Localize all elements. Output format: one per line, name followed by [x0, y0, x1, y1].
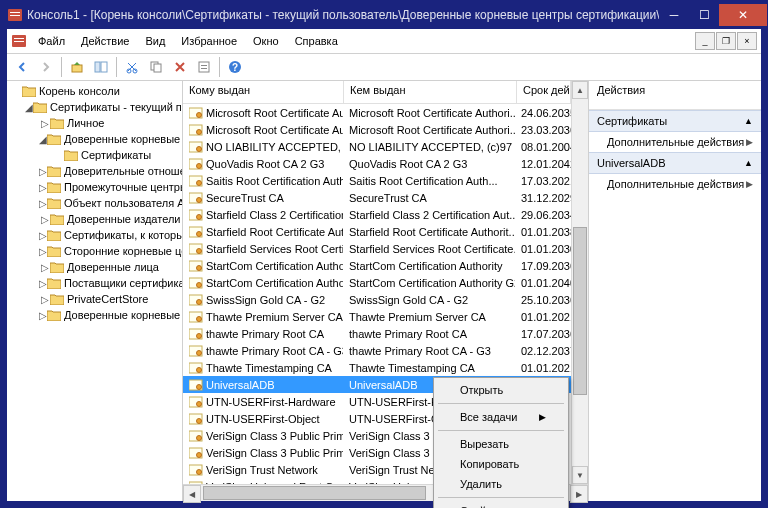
help-button[interactable]: ?	[224, 56, 246, 78]
tree-twisty[interactable]: ▷	[39, 278, 47, 289]
cm-delete[interactable]: Удалить	[436, 474, 566, 494]
titlebar[interactable]: Консоль1 - [Корень консоли\Сертификаты -…	[1, 1, 767, 29]
folder-icon	[47, 246, 61, 257]
vertical-scrollbar[interactable]: ▲ ▼	[571, 81, 588, 484]
tree-twisty[interactable]: ▷	[39, 310, 47, 321]
cm-all-tasks[interactable]: Все задачи▶	[436, 407, 566, 427]
table-row[interactable]: NO LIABILITY ACCEPTED, (c)97 ...NO LIABI…	[183, 138, 571, 155]
tree-twisty[interactable]: ▷	[39, 118, 50, 129]
menu-action[interactable]: Действие	[74, 33, 136, 49]
table-row[interactable]: Thawte Timestamping CAThawte Timestampin…	[183, 359, 571, 376]
menu-view[interactable]: Вид	[138, 33, 172, 49]
tree-item[interactable]: ▷Доверенные корневые се	[7, 307, 182, 323]
actions-section-selected[interactable]: UniversalADB▲	[589, 152, 761, 174]
tree-item[interactable]: ▷Сторонние корневые цен	[7, 243, 182, 259]
scroll-right-button[interactable]: ▶	[570, 485, 588, 503]
mdi-close[interactable]: ×	[737, 32, 757, 50]
actions-more-2[interactable]: Дополнительные действия▶	[589, 174, 761, 194]
svg-point-41	[197, 299, 202, 304]
svg-rect-4	[14, 38, 24, 39]
col-issued-by[interactable]: Кем выдан	[344, 81, 517, 103]
menu-file[interactable]: Файл	[31, 33, 72, 49]
svg-rect-2	[10, 15, 20, 16]
tree-root[interactable]: Корень консоли	[7, 83, 182, 99]
tree-twisty[interactable]: ▷	[39, 182, 47, 193]
cm-copy[interactable]: Копировать	[436, 454, 566, 474]
minimize-button[interactable]: ─	[659, 4, 689, 26]
table-row[interactable]: SwissSign Gold CA - G2SwissSign Gold CA …	[183, 291, 571, 308]
col-expiry[interactable]: Срок действи	[517, 81, 571, 103]
actions-more-1[interactable]: Дополнительные действия▶	[589, 132, 761, 152]
tree-item[interactable]: ▷Доверительные отношени	[7, 163, 182, 179]
tree-item[interactable]: ▷Доверенные лица	[7, 259, 182, 275]
table-row[interactable]: Microsoft Root Certificate Auth...Micros…	[183, 121, 571, 138]
table-row[interactable]: Starfield Root Certificate Auth...Starfi…	[183, 223, 571, 240]
table-row[interactable]: Microsoft Root Certificate Auth...Micros…	[183, 104, 571, 121]
tree-twisty[interactable]: ▷	[39, 246, 47, 257]
certificate-icon	[189, 481, 203, 485]
tree-item[interactable]: ▷Сертификаты, к которым	[7, 227, 182, 243]
hscroll-thumb[interactable]	[203, 486, 426, 500]
table-row[interactable]: Starfield Class 2 Certification A...Star…	[183, 206, 571, 223]
tree-item[interactable]: ▷PrivateCertStore	[7, 291, 182, 307]
svg-point-25	[197, 163, 202, 168]
mdi-minimize[interactable]: _	[695, 32, 715, 50]
cut-button[interactable]	[121, 56, 143, 78]
tree-item[interactable]: ▷Доверенные издатели	[7, 211, 182, 227]
cm-open[interactable]: Открыть	[436, 380, 566, 400]
properties-button[interactable]	[193, 56, 215, 78]
col-issued-to[interactable]: Кому выдан	[183, 81, 344, 103]
table-row[interactable]: Starfield Services Root Certific...Starf…	[183, 240, 571, 257]
tree-item[interactable]: Сертификаты	[7, 147, 182, 163]
table-row[interactable]: StartCom Certification AuthorityStartCom…	[183, 257, 571, 274]
tree-twisty[interactable]: ▷	[39, 214, 50, 225]
tree-item[interactable]: ▷Личное	[7, 115, 182, 131]
mdi-restore[interactable]: ❐	[716, 32, 736, 50]
menu-window[interactable]: Окно	[246, 33, 286, 49]
table-row[interactable]: thawte Primary Root CAthawte Primary Roo…	[183, 325, 571, 342]
certificate-icon	[189, 175, 203, 187]
table-row[interactable]: StartCom Certification Authorit...StartC…	[183, 274, 571, 291]
table-row[interactable]: Saitis Root Certification Auth...Saitis …	[183, 172, 571, 189]
actions-section-certificates[interactable]: Сертификаты▲	[589, 110, 761, 132]
back-button[interactable]	[11, 56, 33, 78]
forward-button[interactable]	[35, 56, 57, 78]
maximize-button[interactable]: ☐	[689, 4, 719, 26]
copy-button[interactable]	[145, 56, 167, 78]
scroll-down-button[interactable]: ▼	[572, 466, 588, 484]
up-button[interactable]	[66, 56, 88, 78]
menu-help[interactable]: Справка	[288, 33, 345, 49]
tree-item[interactable]: ▷Промежуточные центры	[7, 179, 182, 195]
tree-twisty[interactable]: ▷	[39, 166, 47, 177]
tree-item[interactable]: ◢Доверенные корневые це	[7, 131, 182, 147]
tree-item[interactable]: ◢Сертификаты - текущий пол	[7, 99, 182, 115]
tree-twisty[interactable]: ▷	[39, 198, 47, 209]
tree-item[interactable]: ▷Поставщики сертификато	[7, 275, 182, 291]
table-row[interactable]: Thawte Premium Server CAThawte Premium S…	[183, 308, 571, 325]
folder-icon	[33, 102, 47, 113]
cell-issued-by: Microsoft Root Certificate Authori...	[343, 124, 515, 136]
tree-twisty[interactable]: ▷	[39, 294, 50, 305]
tree-pane[interactable]: Корень консоли ◢Сертификаты - текущий по…	[7, 81, 183, 501]
scroll-thumb[interactable]	[573, 227, 587, 394]
delete-button[interactable]	[169, 56, 191, 78]
scroll-up-button[interactable]: ▲	[572, 81, 588, 99]
menu-favorites[interactable]: Избранное	[174, 33, 244, 49]
cm-properties[interactable]: Свойства	[436, 501, 566, 508]
close-button[interactable]: ✕	[719, 4, 767, 26]
table-row[interactable]: thawte Primary Root CA - G3thawte Primar…	[183, 342, 571, 359]
cell-expiry: 31.12.2029	[515, 192, 571, 204]
tree-twisty[interactable]: ◢	[25, 102, 33, 113]
folder-icon	[47, 166, 61, 177]
tree-twisty[interactable]: ▷	[39, 262, 50, 273]
tree-twisty[interactable]: ◢	[39, 134, 47, 145]
table-row[interactable]: QuoVadis Root CA 2 G3QuoVadis Root CA 2 …	[183, 155, 571, 172]
cell-expiry: 01.01.2021	[515, 311, 571, 323]
show-hide-tree-button[interactable]	[90, 56, 112, 78]
scroll-left-button[interactable]: ◀	[183, 485, 201, 503]
table-row[interactable]: SecureTrust CASecureTrust CA31.12.2029	[183, 189, 571, 206]
tree-twisty[interactable]: ▷	[39, 230, 47, 241]
toolbar: ?	[7, 54, 761, 81]
cm-cut[interactable]: Вырезать	[436, 434, 566, 454]
tree-item[interactable]: ▷Объект пользователя Act	[7, 195, 182, 211]
